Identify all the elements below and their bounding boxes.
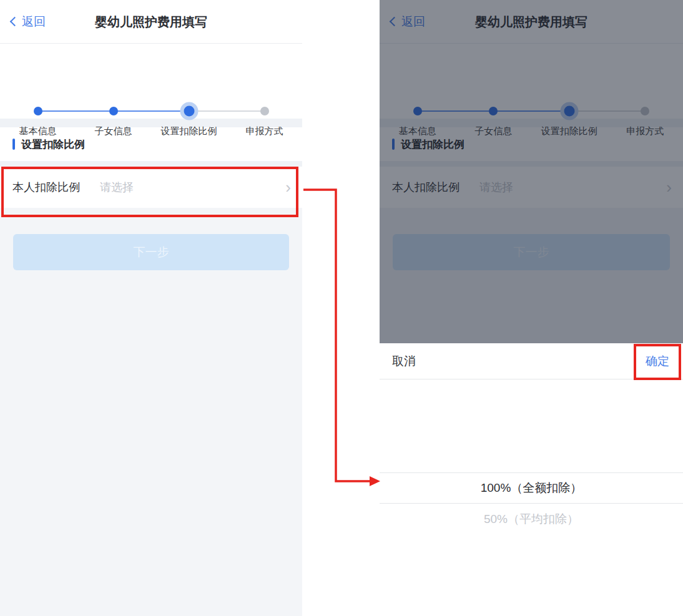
step-label: 基本信息 bbox=[19, 125, 57, 137]
picker-confirm-button[interactable]: 确定 bbox=[646, 353, 669, 369]
nav-bar: 返回 婴幼儿照护费用填写 bbox=[0, 0, 302, 43]
step-declaration-method: 申报方式 bbox=[227, 44, 302, 119]
step-label: 子女信息 bbox=[95, 125, 132, 137]
step-children-info: 子女信息 bbox=[76, 44, 151, 119]
step-label: 申报方式 bbox=[246, 125, 283, 137]
picker-backdrop[interactable] bbox=[380, 0, 683, 343]
step-dot bbox=[260, 107, 269, 115]
chevron-right-icon: › bbox=[285, 181, 291, 194]
field-label: 本人扣除比例 bbox=[12, 180, 80, 195]
form-screen-with-picker: 返回 婴幼儿照护费用填写 基本信息 子女信息 设置扣除比例 bbox=[380, 0, 683, 616]
step-basic-info: 基本信息 bbox=[0, 44, 76, 119]
ratio-picker-sheet: 取消 确定 100%（全额扣除） 50%（平均扣除） bbox=[380, 343, 683, 616]
deduction-ratio-field[interactable]: 本人扣除比例 请选择 › bbox=[0, 167, 302, 208]
picker-cancel-button[interactable]: 取消 bbox=[392, 353, 416, 369]
picker-option-50-percent[interactable]: 50%（平均扣除） bbox=[380, 504, 683, 535]
progress-stepper: 基本信息 子女信息 设置扣除比例 申报方式 bbox=[0, 44, 302, 119]
content-background: 下一步 bbox=[0, 208, 302, 616]
step-dot-current bbox=[184, 106, 194, 117]
page-title: 婴幼儿照护费用填写 bbox=[0, 13, 302, 30]
field-placeholder: 请选择 bbox=[100, 180, 285, 195]
row-separator bbox=[0, 161, 302, 167]
picker-wheel-space bbox=[380, 379, 683, 472]
picker-header: 取消 确定 bbox=[380, 343, 683, 379]
annotated-screenshot-canvas: 返回 婴幼儿照护费用填写 基本信息 子女信息 设置扣除比例 bbox=[0, 0, 683, 616]
step-dot bbox=[34, 107, 42, 115]
next-step-button[interactable]: 下一步 bbox=[13, 234, 289, 270]
step-deduction-ratio: 设置扣除比例 bbox=[151, 44, 227, 119]
section-accent-bar bbox=[12, 139, 15, 150]
step-dot bbox=[109, 107, 118, 115]
picker-option-100-percent[interactable]: 100%（全额扣除） bbox=[380, 472, 683, 504]
section-title: 设置扣除比例 bbox=[21, 137, 85, 152]
form-screen: 返回 婴幼儿照护费用填写 基本信息 子女信息 设置扣除比例 bbox=[0, 0, 302, 616]
step-label: 设置扣除比例 bbox=[161, 125, 217, 137]
